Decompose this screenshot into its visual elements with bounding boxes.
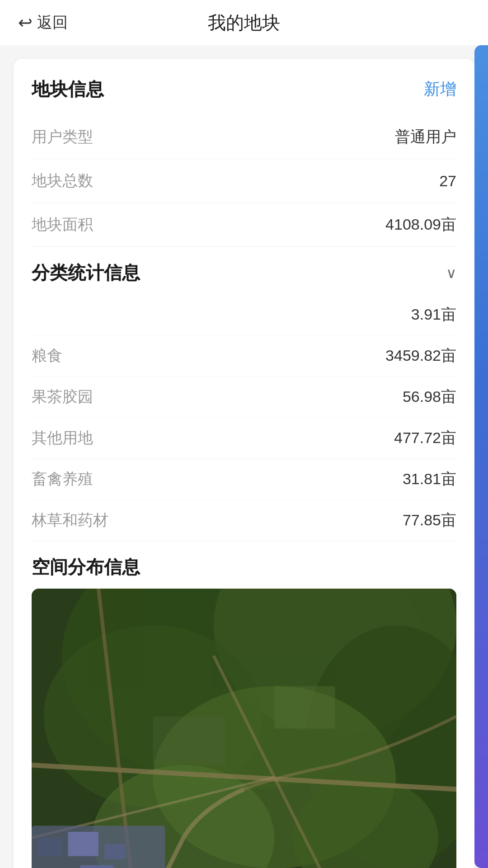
page-title: 我的地块 (208, 10, 280, 35)
svg-rect-30 (153, 717, 226, 765)
classify-label-livestock: 畜禽养殖 (32, 469, 93, 490)
classify-value-0: 3.91亩 (411, 304, 456, 325)
classify-value-livestock: 31.81亩 (403, 469, 456, 490)
classify-row-fruit: 果茶胶园 56.98亩 (32, 377, 456, 418)
classify-title: 分类统计信息 (32, 260, 140, 285)
svg-rect-14 (68, 832, 99, 856)
land-info-header: 地块信息 新增 (32, 77, 456, 102)
back-label: 返回 (37, 12, 68, 33)
classify-label-forest: 林草和药材 (32, 510, 108, 531)
classify-label-other: 其他用地 (32, 428, 93, 448)
satellite-map[interactable]: 500 m (32, 589, 456, 868)
classify-value-forest: 77.85亩 (403, 510, 456, 531)
user-type-label: 用户类型 (32, 127, 93, 147)
chevron-down-icon[interactable]: ∨ (446, 264, 456, 282)
land-count-value: 27 (439, 172, 456, 190)
svg-rect-31 (274, 686, 335, 729)
user-type-value: 普通用户 (395, 127, 456, 147)
header: ↩ 返回 我的地块 (0, 0, 488, 45)
land-info-title: 地块信息 (32, 77, 104, 102)
classify-label-grain: 粮食 (32, 345, 62, 366)
land-area-row: 地块面积 4108.09亩 (32, 203, 456, 247)
classify-label-fruit: 果茶胶园 (32, 387, 93, 407)
content-wrapper: 地块信息 新增 用户类型 普通用户 地块总数 27 地块面积 4108.09亩 … (0, 45, 488, 868)
classify-row-forest: 林草和药材 77.85亩 (32, 500, 456, 541)
land-area-value: 4108.09亩 (385, 214, 456, 235)
classify-row-grain: 粮食 3459.82亩 (32, 335, 456, 377)
back-button[interactable]: ↩ 返回 (18, 12, 68, 33)
spatial-title-container: 空间分布信息 (32, 541, 456, 589)
land-count-row: 地块总数 27 (32, 159, 456, 203)
classify-row-other: 其他用地 477.72亩 (32, 418, 456, 459)
add-land-button[interactable]: 新增 (424, 78, 456, 100)
classify-row-livestock: 畜禽养殖 31.81亩 (32, 459, 456, 500)
classify-header[interactable]: 分类统计信息 ∨ (32, 247, 456, 294)
classify-value-grain: 3459.82亩 (385, 345, 456, 366)
classify-value-fruit: 56.98亩 (403, 387, 456, 407)
land-count-label: 地块总数 (32, 170, 93, 191)
classify-value-other: 477.72亩 (394, 428, 456, 448)
user-type-row: 用户类型 普通用户 (32, 115, 456, 159)
accent-bar (474, 45, 488, 868)
spatial-title: 空间分布信息 (32, 557, 140, 577)
land-info-card: 地块信息 新增 用户类型 普通用户 地块总数 27 地块面积 4108.09亩 … (14, 59, 474, 868)
land-area-label: 地块面积 (32, 214, 93, 235)
svg-rect-15 (104, 844, 126, 859)
back-arrow-icon: ↩ (18, 13, 33, 33)
svg-rect-13 (38, 838, 62, 856)
svg-rect-17 (80, 865, 113, 868)
classify-row-0: 3.91亩 (32, 294, 456, 335)
